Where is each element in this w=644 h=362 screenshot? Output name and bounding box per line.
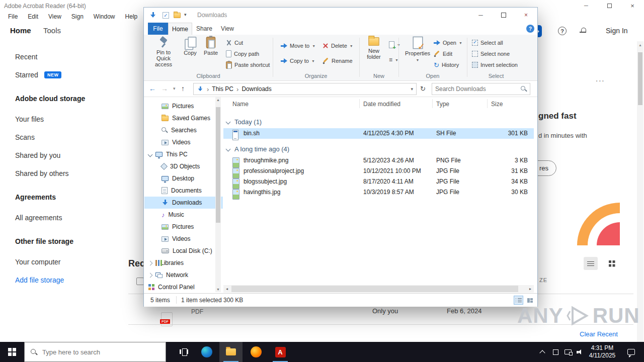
- menu-view[interactable]: View: [43, 13, 66, 20]
- ribbon-tab-view[interactable]: View: [216, 23, 238, 35]
- nav-item-this-pc[interactable]: This PC: [144, 148, 223, 160]
- explorer-help-icon[interactable]: ?: [526, 25, 534, 33]
- horizontal-scrollbar[interactable]: ◂ ▸: [223, 285, 534, 293]
- nav-scrollbar-down-icon[interactable]: ▼: [216, 288, 220, 291]
- nav-item-control-panel[interactable]: Control Panel: [144, 281, 223, 293]
- tab-home[interactable]: Home: [10, 26, 31, 35]
- copy-path-button[interactable]: Copy path: [226, 49, 259, 59]
- group-collapse-icon[interactable]: [226, 119, 231, 124]
- sidebar-item-recent[interactable]: Recent: [0, 49, 115, 64]
- properties-button[interactable]: Properties ▼: [405, 36, 431, 63]
- edit-button[interactable]: Edit: [434, 49, 452, 59]
- sidebar-item-all-agreements[interactable]: All agreements: [0, 210, 115, 225]
- nav-item-network[interactable]: Network: [144, 269, 223, 281]
- explorer-maximize-button[interactable]: [492, 8, 515, 23]
- ribbon-tab-file[interactable]: File: [148, 23, 168, 35]
- breadcrumb-bar[interactable]: › This PC › Downloads ▾: [193, 83, 417, 95]
- open-button[interactable]: Open▼: [434, 38, 462, 48]
- tab-tools[interactable]: Tools: [43, 26, 61, 35]
- clear-recent-link[interactable]: Clear Recent: [580, 330, 618, 338]
- refresh-icon[interactable]: ↻: [420, 85, 426, 93]
- up-button[interactable]: ↑: [181, 84, 185, 93]
- sidebar-item-add-file-storage[interactable]: Add file storage: [0, 273, 115, 288]
- nav-scrollbar-thumb[interactable]: [216, 107, 220, 223]
- column-divider[interactable]: [432, 99, 433, 108]
- file-row-blogssubject[interactable]: blogssubject.jpg 8/17/2020 4:11 AM JPG F…: [223, 176, 534, 187]
- sidebar-item-shared-by-you[interactable]: Shared by you: [0, 148, 115, 163]
- qat-new-folder-icon[interactable]: [174, 13, 181, 18]
- back-button[interactable]: ←: [149, 84, 156, 93]
- expander-chevron-icon[interactable]: [148, 152, 153, 157]
- delete-button[interactable]: Delete▼: [323, 41, 353, 51]
- scrollbar-thumb[interactable]: [638, 52, 642, 105]
- column-header-name[interactable]: Name: [232, 98, 249, 110]
- nav-item-3d-objects[interactable]: 3D Objects: [144, 160, 223, 172]
- paste-shortcut-button[interactable]: Paste shortcut: [226, 60, 270, 70]
- recent-locations-dropdown-icon[interactable]: ▾: [173, 86, 176, 91]
- help-icon[interactable]: ?: [558, 27, 567, 35]
- column-header-date-modified[interactable]: Date modified: [363, 98, 400, 110]
- tray-show-hidden-icons-button[interactable]: [536, 342, 548, 362]
- task-view-button[interactable]: [172, 342, 195, 362]
- new-folder-button[interactable]: New folder: [362, 36, 385, 60]
- taskbar-acrobat-button[interactable]: A: [269, 342, 292, 362]
- search-input[interactable]: [432, 85, 521, 93]
- search-box[interactable]: [432, 83, 530, 95]
- group-header-long-time-ago[interactable]: A long time ago (4): [223, 143, 289, 154]
- nav-item-libraries[interactable]: Libraries: [144, 257, 223, 269]
- rename-button[interactable]: Rename: [323, 56, 353, 66]
- tray-volume-button[interactable]: [574, 342, 586, 362]
- acrobat-close-button[interactable]: ×: [621, 0, 644, 11]
- acrobat-maximize-button[interactable]: [598, 0, 621, 11]
- cut-button[interactable]: Cut: [226, 38, 243, 48]
- acrobat-minimize-button[interactable]: ─: [575, 0, 598, 11]
- file-row-bin-sh[interactable]: bin.sh 4/11/2025 4:30 PM SH File 301 KB: [223, 128, 534, 139]
- group-collapse-icon[interactable]: [226, 146, 231, 151]
- nav-item-documents[interactable]: Documents: [144, 185, 223, 197]
- nav-item-pictures-pc[interactable]: Pictures: [144, 221, 223, 233]
- start-button[interactable]: [0, 342, 24, 362]
- nav-item-local-disk-c[interactable]: Local Disk (C:): [144, 245, 223, 257]
- scroll-left-icon[interactable]: ◂: [223, 287, 230, 291]
- tray-app-icon-button[interactable]: [550, 342, 561, 362]
- qat-dropdown-icon[interactable]: ▾: [184, 12, 187, 17]
- invert-selection-button[interactable]: Invert selection: [472, 60, 518, 70]
- acrobat-scrollbar[interactable]: ▲: [637, 41, 643, 342]
- copy-button[interactable]: Copy: [181, 36, 200, 56]
- taskbar-firefox-button[interactable]: [245, 342, 268, 362]
- breadcrumb-this-pc[interactable]: This PC: [212, 85, 233, 93]
- address-dropdown-icon[interactable]: ▾: [411, 86, 413, 92]
- size-column-header-fragment[interactable]: ZE: [539, 277, 547, 283]
- nav-item-videos[interactable]: Videos: [144, 136, 223, 148]
- sidebar-item-scans[interactable]: Scans: [0, 130, 115, 145]
- taskbar-search-input[interactable]: [42, 348, 166, 356]
- nav-scrollbar-up-icon[interactable]: ▲: [216, 98, 220, 102]
- scroll-right-icon[interactable]: ▸: [527, 287, 534, 291]
- nav-item-videos-pc[interactable]: Videos: [144, 233, 223, 245]
- column-header-size[interactable]: Size: [491, 98, 528, 110]
- column-divider[interactable]: [487, 99, 488, 108]
- nav-item-saved-games[interactable]: Saved Games: [144, 112, 223, 124]
- menu-window[interactable]: Window: [89, 13, 120, 20]
- nav-item-searches[interactable]: Searches: [144, 124, 223, 136]
- taskbar-search-box[interactable]: [24, 342, 166, 362]
- scrollbar-up-arrow[interactable]: ▲: [638, 43, 642, 47]
- expander-chevron-icon[interactable]: [148, 260, 153, 265]
- copy-to-button[interactable]: Copy to▼: [281, 56, 315, 66]
- easy-access-button[interactable]: ≡▼: [389, 55, 398, 65]
- file-row-professionalproject[interactable]: professionalproject.jpg 10/12/2021 10:00…: [223, 166, 534, 176]
- sidebar-item-shared-by-others[interactable]: Shared by others: [0, 166, 115, 181]
- nav-item-pictures[interactable]: Pictures: [144, 100, 223, 112]
- expander-chevron-icon[interactable]: [148, 273, 153, 278]
- file-row-throughmike[interactable]: throughmike.png 5/12/2023 4:26 AM PNG Fi…: [223, 155, 534, 166]
- list-view-toggle[interactable]: [584, 257, 598, 270]
- sidebar-item-starred[interactable]: Starred NEW: [0, 67, 115, 82]
- status-thumbnails-view-button[interactable]: [525, 296, 535, 305]
- nav-scrollbar[interactable]: ▲ ▼: [215, 97, 221, 292]
- taskbar-clock[interactable]: 4:31 PM 4/11/2025: [585, 342, 619, 362]
- tray-network-button[interactable]: [562, 342, 574, 362]
- file-row-havingthis[interactable]: havingthis.jpg 10/3/2019 8:57 AM JPG Fil…: [223, 187, 534, 198]
- menu-file[interactable]: File: [3, 13, 23, 20]
- menu-sign[interactable]: Sign: [66, 13, 89, 20]
- sidebar-item-your-computer[interactable]: Your computer: [0, 254, 115, 269]
